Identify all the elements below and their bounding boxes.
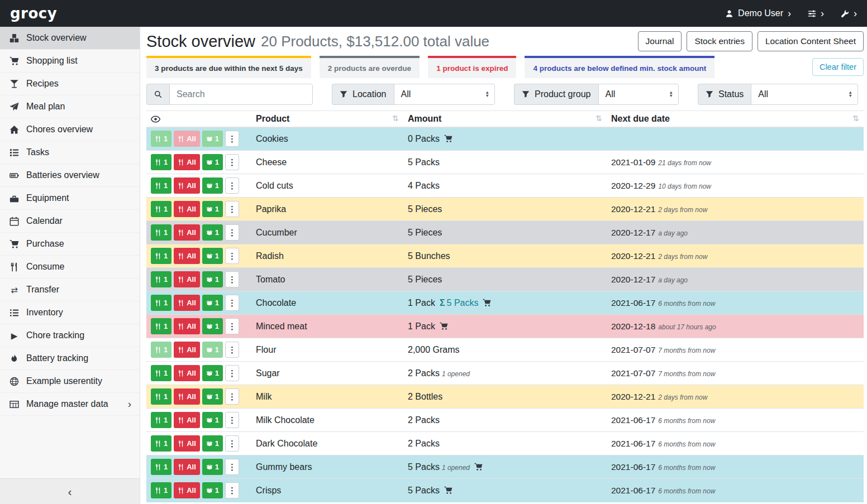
consume-one-button[interactable]: 1: [151, 224, 172, 241]
status-select[interactable]: All ▲▼: [751, 84, 858, 105]
consume-one-button[interactable]: 1: [151, 459, 172, 475]
sidebar-item-inventory[interactable]: Inventory: [0, 301, 140, 324]
consume-all-button[interactable]: All: [174, 224, 200, 241]
row-menu-button[interactable]: ⋮: [225, 388, 239, 405]
consume-all-button[interactable]: All: [174, 201, 200, 217]
settings-menu[interactable]: ›: [808, 8, 824, 18]
sidebar-item-chores-overview[interactable]: Chores overview: [0, 118, 140, 141]
open-one-button[interactable]: 1: [202, 177, 223, 194]
admin-menu[interactable]: ›: [841, 8, 857, 18]
sidebar-item-meal-plan[interactable]: Meal plan: [0, 95, 140, 118]
sidebar-item-battery-tracking[interactable]: Battery tracking: [0, 347, 140, 370]
consume-one-button[interactable]: 1: [151, 131, 172, 147]
sidebar-item-equipment[interactable]: Equipment: [0, 187, 140, 210]
sidebar-item-calendar[interactable]: Calendar: [0, 210, 140, 233]
sort-icon[interactable]: ⇅: [852, 114, 859, 123]
consume-all-button[interactable]: All: [174, 365, 200, 381]
sidebar-item-chore-tracking[interactable]: ▶Chore tracking: [0, 324, 140, 347]
sidebar-item-stock-overview[interactable]: Stock overview: [0, 27, 140, 50]
open-one-button[interactable]: 1: [202, 318, 223, 334]
open-one-button[interactable]: 1: [202, 412, 223, 428]
sidebar-item-transfer[interactable]: ⇄Transfer: [0, 279, 140, 301]
consume-all-button[interactable]: All: [174, 388, 200, 405]
row-menu-button[interactable]: ⋮: [225, 131, 239, 147]
consume-all-button[interactable]: All: [174, 412, 200, 428]
open-one-button[interactable]: 1: [202, 295, 223, 311]
consume-all-button[interactable]: All: [174, 295, 200, 311]
consume-one-button[interactable]: 1: [151, 271, 172, 287]
row-menu-button[interactable]: ⋮: [225, 435, 239, 452]
consume-all-button[interactable]: All: [174, 177, 200, 194]
open-one-button[interactable]: 1: [202, 248, 223, 264]
open-one-button[interactable]: 1: [202, 482, 223, 498]
row-menu-button[interactable]: ⋮: [225, 318, 239, 334]
app-logo[interactable]: grocy: [10, 5, 57, 22]
banner-due-soon[interactable]: 3 products are due within the next 5 day…: [146, 56, 311, 78]
consume-one-button[interactable]: 1: [151, 365, 172, 381]
sidebar-item-purchase[interactable]: Purchase: [0, 233, 140, 256]
sort-icon[interactable]: ⇅: [392, 114, 399, 123]
stock-entries-button[interactable]: Stock entries: [687, 31, 752, 51]
row-menu-button[interactable]: ⋮: [225, 295, 239, 311]
row-menu-button[interactable]: ⋮: [225, 482, 239, 498]
sidebar-collapse-button[interactable]: ‹: [0, 478, 140, 504]
consume-one-button[interactable]: 1: [151, 248, 172, 264]
consume-one-button[interactable]: 1: [151, 342, 172, 358]
consume-one-button[interactable]: 1: [151, 388, 172, 405]
sidebar-item-example-userentity[interactable]: Example userentity: [0, 370, 140, 393]
row-menu-button[interactable]: ⋮: [225, 224, 239, 241]
consume-one-button[interactable]: 1: [151, 177, 172, 194]
row-menu-button[interactable]: ⋮: [225, 201, 239, 217]
open-one-button[interactable]: 1: [202, 224, 223, 241]
consume-all-button[interactable]: All: [174, 248, 200, 264]
sidebar-item-batteries-overview[interactable]: Batteries overview: [0, 164, 140, 187]
open-one-button[interactable]: 1: [202, 435, 223, 452]
row-menu-button[interactable]: ⋮: [225, 342, 239, 358]
consume-one-button[interactable]: 1: [151, 154, 172, 170]
open-one-button[interactable]: 1: [202, 131, 223, 147]
sidebar-item-tasks[interactable]: Tasks: [0, 141, 140, 164]
sidebar-item-manage-master-data[interactable]: Manage master data›: [0, 393, 140, 416]
column-header-product[interactable]: Product: [256, 114, 289, 123]
consume-one-button[interactable]: 1: [151, 318, 172, 334]
sidebar-item-recipes[interactable]: Recipes: [0, 73, 140, 95]
row-menu-button[interactable]: ⋮: [225, 154, 239, 170]
open-one-button[interactable]: 1: [202, 201, 223, 217]
product-group-select[interactable]: All ▲▼: [598, 84, 679, 105]
banner-below-min-stock[interactable]: 4 products are below defined min. stock …: [525, 56, 714, 78]
consume-one-button[interactable]: 1: [151, 295, 172, 311]
consume-one-button[interactable]: 1: [151, 482, 172, 498]
consume-all-button[interactable]: All: [174, 459, 200, 475]
sort-icon[interactable]: ⇅: [596, 114, 602, 123]
open-one-button[interactable]: 1: [202, 388, 223, 405]
open-one-button[interactable]: 1: [202, 459, 223, 475]
consume-all-button[interactable]: All: [174, 154, 200, 170]
row-menu-button[interactable]: ⋮: [225, 177, 239, 194]
consume-all-button[interactable]: All: [174, 271, 200, 287]
row-menu-button[interactable]: ⋮: [225, 248, 239, 264]
consume-one-button[interactable]: 1: [151, 435, 172, 452]
sidebar-item-shopping-list[interactable]: Shopping list: [0, 50, 140, 73]
consume-all-button[interactable]: All: [174, 482, 200, 498]
consume-all-button[interactable]: All: [174, 342, 200, 358]
open-one-button[interactable]: 1: [202, 154, 223, 170]
column-header-amount[interactable]: Amount: [408, 114, 441, 123]
row-menu-button[interactable]: ⋮: [225, 459, 239, 475]
open-one-button[interactable]: 1: [202, 365, 223, 381]
consume-all-button[interactable]: All: [174, 318, 200, 334]
consume-all-button[interactable]: All: [174, 131, 200, 147]
search-input[interactable]: [169, 84, 313, 105]
location-select[interactable]: All ▲▼: [394, 84, 496, 105]
column-header-next-due-date[interactable]: Next due date: [611, 114, 670, 123]
location-content-sheet-button[interactable]: Location Content Sheet: [758, 31, 864, 51]
open-one-button[interactable]: 1: [202, 342, 223, 358]
row-menu-button[interactable]: ⋮: [225, 365, 239, 381]
banner-overdue[interactable]: 2 products are overdue: [320, 56, 420, 78]
banner-expired[interactable]: 1 product is expired: [428, 56, 516, 78]
clear-filter-button[interactable]: Clear filter: [812, 58, 864, 76]
sidebar-item-consume[interactable]: Consume: [0, 256, 140, 279]
consume-one-button[interactable]: 1: [151, 201, 172, 217]
open-one-button[interactable]: 1: [202, 271, 223, 287]
row-menu-button[interactable]: ⋮: [225, 412, 239, 428]
eye-icon[interactable]: [151, 114, 160, 124]
